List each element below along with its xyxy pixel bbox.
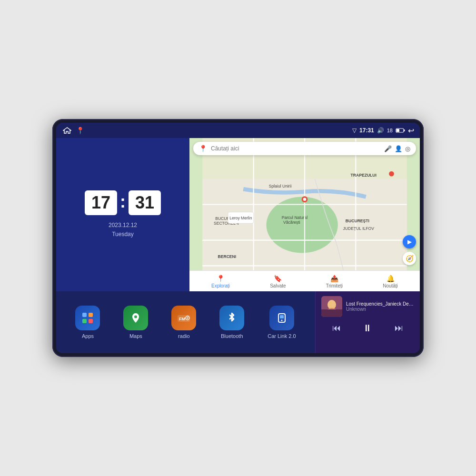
music-info: Lost Frequencies_Janieck Devy-... Unknow…	[346, 301, 414, 312]
music-player: Lost Frequencies_Janieck Devy-... Unknow…	[315, 291, 420, 353]
svg-marker-0	[63, 128, 71, 133]
svg-rect-38	[280, 315, 284, 318]
maps-icon-wrapper	[123, 306, 148, 330]
svg-rect-28	[82, 313, 87, 317]
bluetooth-icon-wrapper	[219, 306, 244, 330]
clock-minutes-block: 31	[129, 190, 161, 215]
map-search-input[interactable]	[211, 145, 380, 152]
svg-rect-31	[89, 319, 93, 323]
next-button[interactable]: ⏭	[393, 321, 405, 335]
svg-rect-2	[404, 129, 405, 131]
account-icon[interactable]: 👤	[395, 145, 402, 152]
clock-hours-block: 17	[85, 190, 117, 215]
music-title: Lost Frequencies_Janieck Devy-...	[346, 301, 414, 307]
share-icon: 📤	[330, 275, 338, 282]
layers-icon[interactable]: ◎	[405, 145, 410, 152]
radio-app-icon: FM	[176, 311, 191, 325]
svg-text:Leroy Merlin: Leroy Merlin	[229, 216, 252, 220]
status-bar: 📍 ▽ 17:31 🔊 18 ↩	[56, 123, 420, 138]
svg-text:Parcul Natural: Parcul Natural	[282, 215, 307, 220]
svg-rect-3	[397, 129, 399, 132]
compass-button[interactable]: 🧭	[403, 252, 416, 265]
clock-hours: 17	[91, 193, 110, 212]
carlink-label: Car Link 2.0	[268, 333, 296, 339]
play-pause-button[interactable]: ⏸	[361, 321, 374, 336]
clock-panel: 17 : 31 2023.12.12 Tuesday	[56, 138, 189, 291]
svg-text:TRAPEZULUI: TRAPEZULUI	[351, 173, 377, 178]
signal-icon: ▽	[352, 127, 357, 134]
device-screen: 📍 ▽ 17:31 🔊 18 ↩	[56, 123, 420, 353]
app-item-bluetooth[interactable]: Bluetooth	[219, 306, 244, 339]
volume-icon: 🔊	[377, 127, 384, 134]
svg-text:FM: FM	[179, 317, 185, 321]
top-section: 17 : 31 2023.12.12 Tuesday	[56, 138, 420, 291]
map-nav-share[interactable]: 📤 Trimiteți	[326, 275, 343, 288]
maps-app-icon	[129, 311, 142, 325]
battery-icon	[396, 128, 405, 133]
saved-icon: 🔖	[274, 275, 282, 282]
svg-point-27	[389, 171, 394, 177]
svg-rect-43	[321, 309, 342, 317]
clock-colon: :	[120, 192, 126, 212]
explore-icon: 📍	[217, 275, 225, 282]
carlink-app-icon	[275, 311, 288, 325]
app-item-radio[interactable]: FM radio	[171, 306, 196, 339]
maps-status-icon: 📍	[76, 127, 84, 134]
svg-rect-29	[89, 313, 93, 317]
svg-rect-30	[82, 319, 87, 323]
status-right-area: ▽ 17:31 🔊 18 ↩	[352, 126, 414, 135]
bottom-section: Apps Maps	[56, 291, 420, 353]
share-label: Trimiteți	[326, 283, 343, 288]
map-search-bar[interactable]: 📍 🎤 👤 ◎	[193, 142, 416, 155]
svg-point-6	[267, 197, 338, 253]
map-svg: Parcul Natural Văcărești Splaiul Unirii	[189, 138, 420, 291]
svg-text:Splaiul Unirii: Splaiul Unirii	[269, 184, 292, 188]
music-top: Lost Frequencies_Janieck Devy-... Unknow…	[321, 296, 414, 317]
back-button[interactable]: ↩	[408, 126, 414, 135]
home-icon[interactable]	[62, 126, 72, 135]
apps-section: Apps Maps	[56, 291, 315, 353]
voice-search-icon[interactable]: 🎤	[384, 145, 392, 152]
svg-text:JUDEȚUL ILFOV: JUDEȚUL ILFOV	[343, 226, 375, 231]
app-item-maps[interactable]: Maps	[123, 306, 148, 339]
radio-icon-wrapper: FM	[171, 306, 196, 330]
album-art-image	[321, 296, 342, 317]
maps-search-icon: 📍	[199, 145, 207, 152]
map-search-actions: 🎤 👤 ◎	[384, 145, 410, 152]
clock-date-area: 2023.12.12 Tuesday	[109, 221, 137, 239]
clock-display: 17 : 31	[85, 190, 161, 215]
clock-day-value: Tuesday	[109, 230, 137, 239]
navigate-button[interactable]: ▶	[403, 235, 416, 248]
radio-label: radio	[178, 333, 189, 339]
svg-point-32	[134, 316, 137, 318]
clock-date-value: 2023.12.12	[109, 221, 137, 230]
news-icon: 🔔	[387, 275, 395, 282]
svg-text:Văcărești: Văcărești	[283, 220, 300, 225]
album-art	[321, 296, 342, 317]
maps-label: Maps	[129, 333, 142, 339]
svg-point-36	[187, 317, 188, 319]
car-display-device: 📍 ▽ 17:31 🔊 18 ↩	[52, 119, 424, 357]
carlink-icon-wrapper	[269, 306, 294, 330]
svg-point-25	[303, 198, 306, 201]
saved-label: Salvate	[270, 283, 286, 288]
prev-button[interactable]: ⏮	[330, 321, 343, 335]
status-time: 17:31	[359, 127, 374, 134]
status-left-icons: 📍	[62, 126, 84, 135]
map-nav-explore[interactable]: 📍 Explorați	[211, 275, 230, 288]
svg-text:BUCUREȘTI: BUCUREȘTI	[346, 218, 369, 223]
map-nav-saved[interactable]: 🔖 Salvate	[270, 275, 286, 288]
map-panel[interactable]: Parcul Natural Văcărești Splaiul Unirii	[189, 138, 420, 291]
app-item-carlink[interactable]: Car Link 2.0	[268, 306, 296, 339]
clock-minutes: 31	[135, 193, 154, 212]
music-artist: Unknown	[346, 307, 414, 312]
map-nav-news[interactable]: 🔔 Noutăți	[383, 275, 398, 288]
music-controls: ⏮ ⏸ ⏭	[321, 321, 414, 336]
apps-label: Apps	[82, 333, 94, 339]
apps-grid-icon	[81, 311, 94, 325]
main-content: 17 : 31 2023.12.12 Tuesday	[56, 138, 420, 353]
app-item-apps[interactable]: Apps	[75, 306, 100, 339]
apps-icon-wrapper	[75, 306, 100, 330]
battery-level: 18	[387, 128, 393, 133]
bluetooth-app-icon	[225, 311, 238, 325]
